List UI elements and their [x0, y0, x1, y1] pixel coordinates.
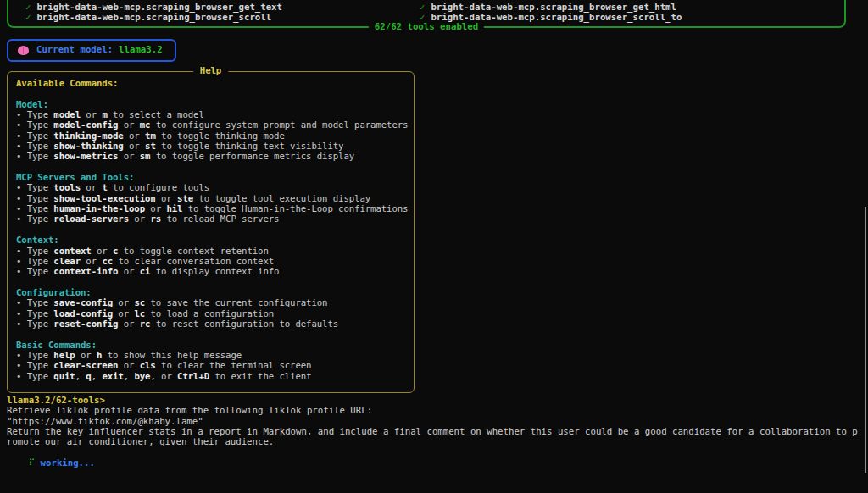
- check-icon: ✓: [25, 12, 31, 23]
- command-name: ci: [140, 266, 151, 277]
- help-text: or: [118, 151, 139, 162]
- command-name: st: [145, 141, 156, 152]
- help-text: • Type: [16, 151, 53, 162]
- help-text: or: [118, 119, 139, 130]
- command-name: bye: [134, 371, 150, 382]
- help-line: • Type context-info or ci to display con…: [16, 267, 409, 277]
- help-text: , or: [150, 371, 177, 382]
- help-text: to select a model: [108, 109, 204, 120]
- help-text: or: [118, 319, 139, 330]
- command-name: load-config: [53, 308, 113, 319]
- help-text: to toggle tool execution display: [193, 193, 370, 204]
- help-text: or: [118, 266, 139, 277]
- help-text: to reset configuration to defaults: [150, 319, 338, 330]
- help-text: to configure tools: [108, 182, 209, 193]
- help-line: • Type show-metrics or sm to toggle perf…: [16, 152, 409, 162]
- help-text: • Type: [16, 297, 53, 308]
- command-name: Ctrl+D: [177, 371, 209, 382]
- command-name: show-thinking: [53, 141, 123, 152]
- help-text: or: [81, 256, 102, 267]
- check-icon: ✓: [420, 2, 425, 13]
- tool-cell: ✓bright-data-web-mcp.scraping_browser_sc…: [25, 13, 420, 23]
- help-section: MCP Servers and Tools:• Type tools or t …: [16, 173, 409, 225]
- help-text: to show this help message: [102, 350, 242, 361]
- tool-name: bright-data-web-mcp.scraping_browser_get…: [431, 2, 676, 13]
- command-name: clear-screen: [53, 360, 118, 371]
- help-text: or: [156, 193, 177, 204]
- help-panel-title: Help: [193, 66, 228, 76]
- help-text: to exit the client: [209, 371, 311, 382]
- command-name: model: [53, 109, 81, 120]
- command-name: model-config: [53, 119, 118, 130]
- command-name: tools: [53, 182, 81, 193]
- help-text: or: [81, 182, 102, 193]
- help-text: • Type: [16, 360, 53, 371]
- help-text: to reload MCP servers: [161, 213, 279, 224]
- command-name: sc: [134, 297, 145, 308]
- command-name: clear: [53, 256, 81, 267]
- help-text: • Type: [16, 130, 53, 141]
- help-text: • Type: [16, 266, 53, 277]
- help-text: to clear conversation context: [113, 256, 274, 267]
- help-text: to toggle context retention: [118, 246, 268, 257]
- help-text: • Type: [16, 109, 53, 120]
- help-text: or: [113, 297, 134, 308]
- help-text: • Type: [16, 203, 53, 214]
- help-text: or: [124, 130, 145, 141]
- tool-name: bright-data-web-mcp.scraping_browser_get…: [36, 2, 282, 13]
- help-line: • Type reset-config or rc to reset confi…: [16, 319, 409, 330]
- current-model-label: Current model:: [36, 45, 113, 55]
- command-name: tm: [145, 130, 156, 141]
- tools-footer-label: 62/62 tools enabled: [369, 22, 484, 32]
- command-name: human-in-the-loop: [53, 203, 145, 214]
- help-sections: Model:• Type model or m to select a mode…: [16, 100, 409, 382]
- command-name: context-info: [53, 266, 118, 277]
- check-icon: ✓: [25, 2, 31, 13]
- command-name: lc: [134, 308, 145, 319]
- help-text: or: [113, 308, 134, 319]
- help-section: Model:• Type model or m to select a mode…: [16, 100, 409, 163]
- current-model-value: llama3.2: [119, 45, 162, 55]
- command-name: context: [53, 246, 91, 257]
- command-name: sm: [140, 151, 151, 162]
- tool-name: bright-data-web-mcp.scraping_browser_scr…: [36, 12, 271, 23]
- help-line: • Type quit, q, exit, bye, or Ctrl+D to …: [16, 372, 409, 382]
- help-text: • Type: [16, 246, 53, 257]
- command-name: help: [53, 350, 75, 361]
- command-name: cls: [140, 360, 156, 371]
- help-text: to configure system prompt and model par…: [150, 119, 408, 130]
- current-model-badge: Current model: llama3.2: [7, 39, 176, 62]
- help-text: to load a configuration: [145, 308, 274, 319]
- help-section: Basic Commands:• Type help or h to show …: [16, 341, 409, 382]
- help-text: • Type: [16, 308, 53, 319]
- help-section: Context:• Type context or c to toggle co…: [16, 235, 409, 277]
- help-text: ,: [124, 371, 135, 382]
- command-name: reset-config: [53, 319, 118, 330]
- help-text: to toggle thinking text visibility: [156, 141, 344, 152]
- brain-icon: [18, 46, 29, 55]
- terminal-output: llama3.2/62-tools> Retrieve TikTok profi…: [7, 396, 861, 479]
- help-panel: Help Available Commands: Model:• Type mo…: [7, 71, 415, 393]
- help-line: • Type reload-servers or rs to reload MC…: [16, 214, 409, 224]
- user-message-line: Retrieve TikTok profile data from the fo…: [7, 406, 861, 416]
- help-text: to toggle Human-in-the-Loop confirmation…: [182, 203, 408, 214]
- help-text: ,: [75, 371, 86, 382]
- command-name: cc: [102, 256, 113, 267]
- command-name: save-config: [53, 297, 113, 308]
- scrollbar-thumb[interactable]: [865, 207, 866, 473]
- help-text: or: [92, 246, 113, 257]
- spinner-icon: ⠏: [29, 457, 36, 468]
- help-text: to toggle thinking mode: [156, 130, 285, 141]
- help-text: or: [118, 360, 139, 371]
- command-name: show-tool-execution: [53, 193, 155, 204]
- help-text: ,: [92, 371, 103, 382]
- help-text: or: [75, 350, 97, 361]
- help-text: to clear the terminal screen: [156, 360, 312, 371]
- user-message: Retrieve TikTok profile data from the fo…: [7, 406, 861, 447]
- help-text: • Type: [16, 371, 53, 382]
- command-name: mc: [140, 119, 151, 130]
- tools-panel: ✓bright-data-web-mcp.scraping_browser_ge…: [7, 0, 846, 28]
- help-text: • Type: [16, 182, 53, 193]
- help-section: Configuration:• Type save-config or sc t…: [16, 288, 409, 330]
- help-text: • Type: [16, 119, 53, 130]
